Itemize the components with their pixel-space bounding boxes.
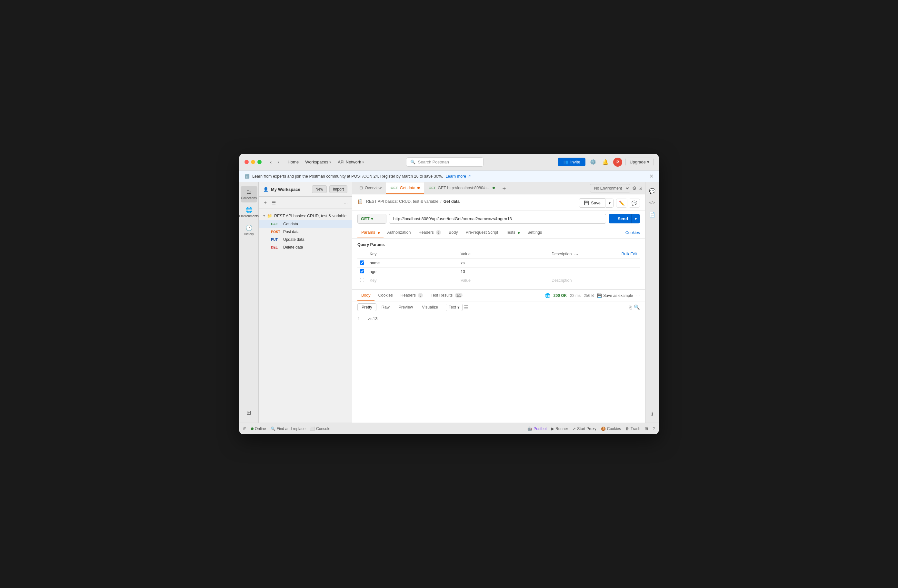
resp-tab-headers[interactable]: Headers 8	[397, 290, 427, 301]
code-snippet-button[interactable]: </>	[647, 199, 657, 207]
settings-button[interactable]: ⚙️	[589, 158, 598, 166]
console-button[interactable]: ⬜ Console	[310, 427, 330, 431]
tab-headers[interactable]: Headers 6	[415, 227, 445, 238]
search-bar[interactable]: 🔍 Search Postman	[406, 157, 483, 167]
response-comments-button[interactable]: 💬	[647, 186, 657, 196]
main-nav: Home Workspaces ▾ API Network ▾	[285, 158, 367, 166]
save-example-button[interactable]: 💾 Save as example	[597, 293, 633, 298]
request-section: 📋 REST API basics: CRUD, test & variable…	[352, 194, 645, 210]
runner-button[interactable]: ▶ Runner	[551, 427, 568, 431]
avatar[interactable]: P	[613, 158, 622, 167]
cookies-link[interactable]: Cookies	[626, 230, 640, 235]
params-more-button[interactable]: ···	[575, 252, 578, 256]
start-proxy-button[interactable]: ↗ Start Proxy	[572, 427, 596, 431]
param-key-empty[interactable]	[370, 278, 455, 283]
back-button[interactable]: ‹	[268, 159, 274, 166]
close-button[interactable]	[244, 160, 249, 164]
tab-get-data[interactable]: GET Get data	[386, 183, 424, 194]
tab-settings[interactable]: Settings	[523, 227, 546, 238]
import-button[interactable]: Import	[329, 185, 348, 193]
tab-authorization[interactable]: Authorization	[383, 227, 415, 238]
send-options-button[interactable]: ▾	[631, 214, 640, 223]
format-select[interactable]: Text ▾	[446, 304, 463, 311]
trash-button[interactable]: 🗑 Trash	[626, 427, 640, 431]
postbot-button[interactable]: 🤖 Postbot	[527, 427, 547, 431]
method-chevron: ▾	[371, 216, 373, 221]
find-replace-button[interactable]: 🔍 Find and replace	[271, 427, 306, 431]
banner-close-button[interactable]: ✕	[649, 173, 654, 179]
url-input[interactable]	[389, 214, 606, 224]
api-network-link[interactable]: API Network ▾	[335, 158, 367, 166]
minimize-button[interactable]	[251, 160, 255, 164]
tab-overview[interactable]: ⊞ Overview	[355, 182, 386, 194]
request-item-delete-data[interactable]: DEL Delete data	[259, 243, 352, 251]
tab-tests[interactable]: Tests	[502, 227, 523, 238]
send-button[interactable]: Send	[609, 214, 631, 223]
param-key-name[interactable]	[370, 261, 455, 265]
edit-button[interactable]: ✏️	[616, 199, 627, 207]
comment-button[interactable]: 💬	[629, 199, 640, 207]
grid-button[interactable]: ⊞	[645, 427, 648, 431]
sidebar-item-environments[interactable]: 🌐 Environments	[241, 204, 257, 221]
request-item-get-data[interactable]: GET Get data	[259, 220, 352, 228]
tab-body[interactable]: Body	[445, 227, 462, 238]
collection-item[interactable]: ▾ 📁 REST API basics: CRUD, test & variab…	[259, 212, 352, 220]
param-desc-age[interactable]	[552, 270, 637, 274]
tab-params[interactable]: Params	[357, 227, 383, 238]
invite-button[interactable]: 👥 Invite	[558, 158, 586, 166]
view-tab-raw[interactable]: Raw	[378, 304, 394, 311]
view-tab-visualize[interactable]: Visualize	[418, 304, 442, 311]
env-settings-button[interactable]: ⚙	[632, 185, 637, 191]
param-value-name[interactable]	[461, 261, 546, 265]
docs-button[interactable]: 📄	[647, 210, 657, 220]
online-status-button[interactable]: Online	[251, 427, 266, 431]
new-tab-button[interactable]: ＋	[499, 183, 509, 194]
toggle-sidebar-button[interactable]: ⊞	[243, 427, 246, 431]
param-desc-name[interactable]	[552, 261, 637, 265]
wrap-lines-button[interactable]: ☰	[464, 304, 468, 310]
response-more-button[interactable]: ···	[636, 293, 640, 298]
sidebar-item-explore[interactable]: ⊞	[241, 407, 257, 419]
environment-select[interactable]: No Environment	[590, 184, 630, 192]
param-checkbox-name[interactable]	[360, 261, 364, 265]
param-desc-empty[interactable]	[552, 278, 637, 283]
filter-button[interactable]: ☰	[271, 199, 277, 207]
resp-tab-cookies[interactable]: Cookies	[375, 290, 397, 301]
param-value-age[interactable]	[461, 270, 546, 274]
maximize-button[interactable]	[257, 160, 261, 164]
resp-tab-test-results[interactable]: Test Results 1/1	[427, 290, 466, 301]
cookies-bottom-button[interactable]: 🍪 Cookies	[601, 427, 621, 431]
learn-more-link[interactable]: Learn more ↗	[446, 174, 471, 179]
method-select[interactable]: GET ▾	[357, 214, 386, 224]
view-tab-pretty[interactable]: Pretty	[357, 303, 377, 311]
save-button[interactable]: 💾 Save	[579, 198, 606, 207]
resp-tab-body[interactable]: Body	[357, 290, 375, 301]
view-tab-preview[interactable]: Preview	[395, 304, 417, 311]
tab-prerequest[interactable]: Pre-request Script	[462, 227, 502, 238]
request-item-put-data[interactable]: PUT Update data	[259, 236, 352, 243]
sidebar-item-collections[interactable]: 🗂 Collections	[241, 186, 257, 203]
info-button[interactable]: ℹ	[647, 409, 657, 419]
request-item-post-data[interactable]: POST Post data	[259, 228, 352, 236]
tab-get-url[interactable]: GET GET http://localhost:8080/a…	[424, 183, 499, 194]
copy-response-button[interactable]: ⎘	[629, 304, 632, 310]
upgrade-button[interactable]: Upgrade ▾	[626, 158, 654, 166]
sidebar-item-history[interactable]: 🕐 History	[241, 222, 257, 238]
sidebar-panel: 👤 My Workspace New Import ＋ ☰ ··· ▾ 📁 RE…	[259, 182, 352, 423]
param-checkbox-empty[interactable]	[360, 278, 364, 282]
more-options-button[interactable]: ···	[343, 199, 349, 206]
param-key-age[interactable]	[370, 270, 455, 274]
forward-button[interactable]: ›	[275, 159, 281, 166]
panel-layout-button[interactable]: ⊡	[638, 185, 643, 191]
home-link[interactable]: Home	[285, 158, 301, 166]
param-value-empty[interactable]	[461, 278, 546, 283]
notifications-button[interactable]: 🔔	[601, 158, 610, 166]
param-checkbox-age[interactable]	[360, 269, 364, 273]
save-options-button[interactable]: ▾	[606, 199, 614, 207]
bulk-edit-button[interactable]: Bulk Edit	[621, 252, 637, 256]
new-button[interactable]: New	[312, 185, 327, 193]
add-collection-button[interactable]: ＋	[262, 199, 269, 207]
search-response-button[interactable]: 🔍	[634, 304, 640, 310]
workspaces-link[interactable]: Workspaces ▾	[303, 158, 334, 166]
help-button[interactable]: ?	[652, 427, 655, 431]
